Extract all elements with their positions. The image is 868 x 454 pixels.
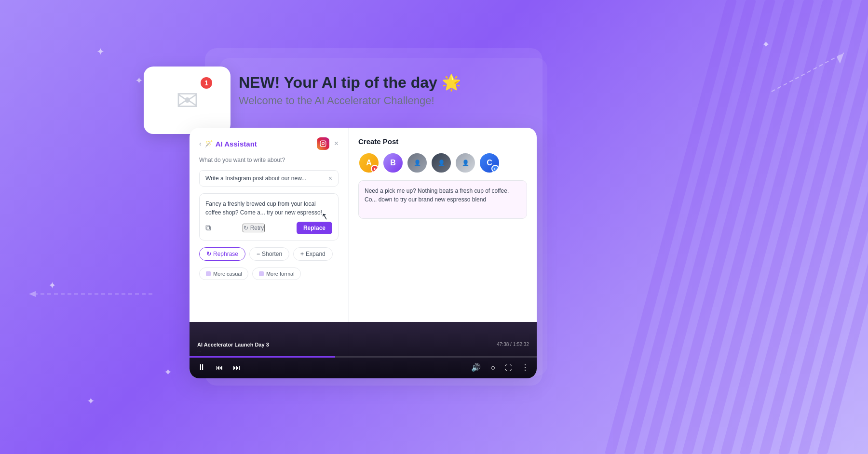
more-casual-button[interactable]: More casual — [199, 267, 248, 280]
next-button[interactable]: ⏭ — [233, 363, 241, 372]
video-player: AI Accelerator Launch Day 3 ... 47:38 / … — [190, 322, 537, 378]
ai-assistant-title: AI Assistant — [216, 140, 257, 148]
ai-header-left: ‹ 🪄 AI Assistant — [199, 140, 257, 148]
wand-icon: 🪄 — [204, 140, 213, 147]
page-title: NEW! Your AI tip of the day 🌟 — [239, 73, 461, 92]
envelope-icon: ✉ — [176, 85, 199, 116]
formal-icon — [258, 271, 264, 277]
casual-icon — [205, 271, 211, 277]
video-time: 47:38 / 1:52:32 — [497, 342, 529, 347]
avatar-2[interactable]: B — [382, 152, 404, 174]
svg-marker-3 — [29, 291, 36, 297]
svg-point-5 — [322, 143, 324, 145]
ai-header: ‹ 🪄 AI Assistant × — [199, 137, 339, 150]
ai-header-right: × — [317, 137, 339, 150]
back-arrow-icon[interactable]: ‹ — [199, 140, 202, 147]
deco-star-6: ✦ — [87, 395, 95, 407]
chat-button[interactable]: ○ — [490, 363, 495, 372]
deco-star-5: ✦ — [164, 366, 172, 378]
shorten-prefix: − — [257, 251, 260, 257]
svg-point-6 — [324, 142, 325, 143]
notification-card: 1 ✉ — [144, 67, 231, 134]
avatar-badge-1: ● — [371, 165, 379, 173]
expand-button[interactable]: + Expand — [293, 247, 333, 261]
volume-button[interactable]: 🔊 — [471, 363, 481, 372]
prev-button[interactable]: ⏮ — [216, 363, 223, 372]
more-options-button[interactable]: ⋮ — [521, 363, 529, 372]
replace-button[interactable]: Replace — [297, 222, 332, 234]
avatar-6[interactable]: C C — [479, 152, 500, 174]
retry-icon: ↻ — [244, 225, 248, 231]
rephrase-label: Rephrase — [213, 251, 238, 257]
avatar-1[interactable]: A ● — [358, 152, 380, 174]
prompt-input[interactable]: Write a Instagram post about our new... … — [199, 170, 339, 187]
shorten-label: Shorten — [262, 251, 282, 257]
expand-label: Expand — [306, 251, 326, 257]
retry-button[interactable]: ↻ Retry — [243, 224, 265, 232]
deco-star-2: ✦ — [135, 75, 143, 86]
video-info: AI Accelerator Launch Day 3 ... — [197, 342, 269, 352]
formal-label: More formal — [266, 271, 295, 277]
prompt-input-text: Write a Instagram post about our new... — [205, 175, 328, 182]
avatar-badge-6: C — [491, 165, 499, 173]
svg-rect-7 — [206, 271, 211, 276]
page-subtitle: Welcome to the AI Accelerator Challenge! — [239, 94, 461, 107]
video-info-row: AI Accelerator Launch Day 3 ... 47:38 / … — [190, 338, 537, 354]
video-subtitle: ... — [197, 347, 269, 352]
svg-line-0 — [772, 53, 844, 92]
title-area: NEW! Your AI tip of the day 🌟 Welcome to… — [239, 73, 461, 107]
more-formal-button[interactable]: More formal — [252, 267, 301, 280]
svg-rect-8 — [259, 271, 264, 276]
action-buttons-row: ↻ Rephrase − Shorten + Expand — [199, 247, 339, 261]
generated-text-area: Fancy a freshly brewed cup from your loc… — [199, 193, 339, 240]
rephrase-button[interactable]: ↻ Rephrase — [199, 247, 245, 261]
dashed-arrow — [762, 43, 858, 101]
post-textarea[interactable]: Need a pick me up? Nothing beats a fresh… — [358, 180, 527, 219]
video-title: AI Accelerator Launch Day 3 — [197, 342, 269, 347]
deco-star-1: ✦ — [96, 46, 105, 57]
rephrase-prefix: ↻ — [206, 251, 211, 257]
pause-button[interactable]: ⏸ — [197, 362, 206, 373]
copy-icon[interactable]: ⧉ — [205, 224, 211, 232]
video-progress-bar[interactable] — [190, 356, 537, 358]
shorten-button[interactable]: − Shorten — [249, 247, 289, 261]
create-post-title: Create Post — [358, 137, 527, 146]
tone-buttons-row: More casual More formal — [199, 267, 339, 280]
prompt-label: What do you want to write about? — [199, 157, 339, 163]
generated-text: Fancy a freshly brewed cup from your loc… — [205, 200, 332, 217]
video-controls: ⏸ ⏮ ⏭ 🔊 ○ ⛶ ⋮ — [190, 360, 537, 378]
generated-actions: ⧉ ↻ Retry Replace — [205, 222, 332, 234]
avatar-row: A ● B 👤 👤 👤 C C — [358, 152, 527, 174]
expand-prefix: + — [300, 251, 304, 257]
avatar-5[interactable]: 👤 — [455, 152, 476, 174]
close-button[interactable]: × — [334, 139, 339, 148]
dashed-arrow-2 — [29, 280, 164, 308]
avatar-4[interactable]: 👤 — [431, 152, 452, 174]
instagram-icon[interactable] — [317, 137, 329, 150]
fullscreen-button[interactable]: ⛶ — [505, 364, 512, 372]
notification-badge: 1 — [200, 76, 213, 90]
avatar-3[interactable]: 👤 — [407, 152, 428, 174]
video-progress-fill — [190, 356, 335, 358]
prompt-clear-icon[interactable]: × — [328, 174, 332, 182]
casual-label: More casual — [213, 271, 242, 277]
